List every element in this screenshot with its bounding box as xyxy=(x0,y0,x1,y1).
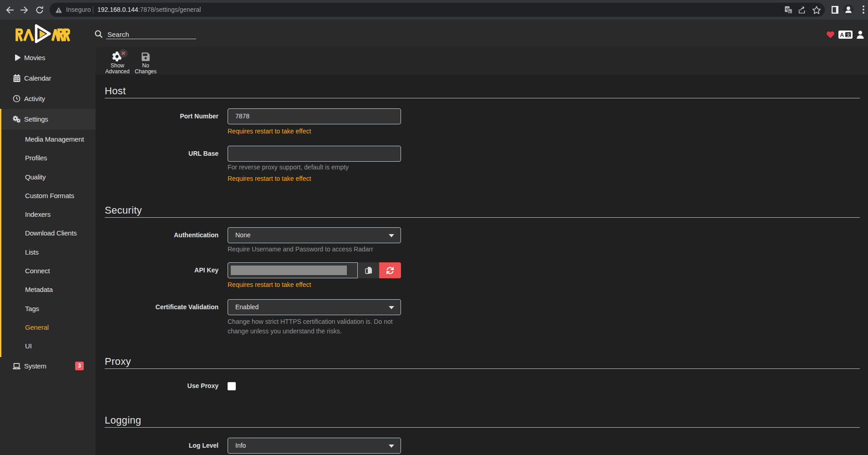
svg-text:文: 文 xyxy=(847,33,851,37)
svg-text:A: A xyxy=(840,32,844,38)
